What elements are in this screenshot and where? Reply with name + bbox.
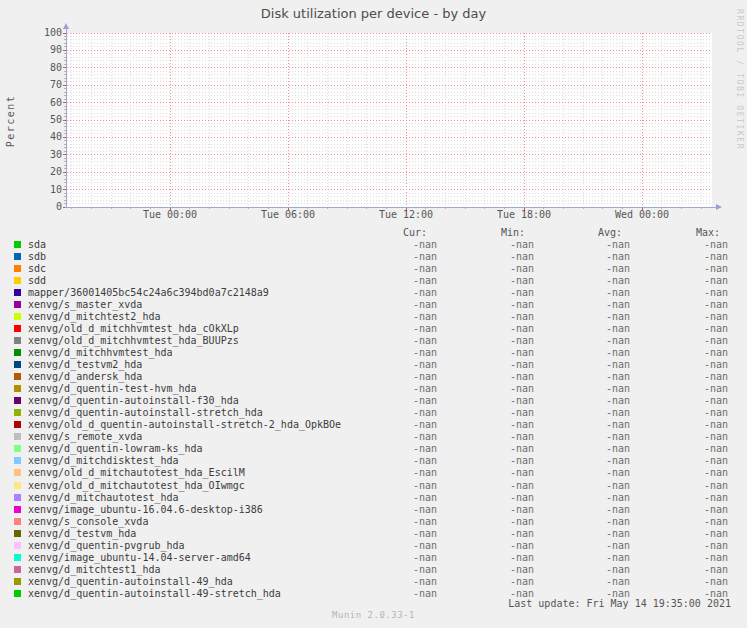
legend-series-name: sdc — [28, 263, 46, 275]
stat-cur-value: -nan — [413, 383, 437, 395]
legend-series-name: xenvg/d_mitchtest2_hda — [28, 311, 160, 323]
legend-row: xenvg/d_andersk_hda-nan-nan-nan-nan — [0, 371, 747, 383]
stat-column-header: Max: — [696, 227, 720, 239]
legend-row: xenvg/old_d_mitchautotest_hda_OIwmgc-nan… — [0, 480, 747, 492]
legend-series-name: xenvg/old_d_quentin-autoinstall-stretch-… — [28, 419, 341, 431]
stat-max-value: -nan — [704, 359, 728, 371]
legend-color-swatch — [14, 385, 21, 392]
stat-max-value: -nan — [704, 263, 728, 275]
stat-min-value: -nan — [510, 311, 534, 323]
stat-min-value: -nan — [510, 576, 534, 588]
legend-color-swatch — [14, 530, 21, 537]
legend-row: xenvg/d_mitchautotest_hda-nan-nan-nan-na… — [0, 492, 747, 504]
legend-series-name: xenvg/d_quentin-lowram-ks_hda — [28, 443, 203, 455]
stat-min-value: -nan — [510, 395, 534, 407]
stat-min-value: -nan — [510, 480, 534, 492]
stat-max-value: -nan — [704, 467, 728, 479]
x-tick-label: Tue 12:00 — [371, 210, 441, 220]
legend-color-swatch — [14, 494, 21, 501]
legend-row: xenvg/s_remote_xvda-nan-nan-nan-nan — [0, 431, 747, 443]
y-tick-label: 30 — [28, 150, 62, 160]
x-tick-label: Tue 00:00 — [135, 210, 205, 220]
legend-color-swatch — [14, 578, 21, 585]
stat-min-value: -nan — [510, 239, 534, 251]
stat-cur-value: -nan — [413, 455, 437, 467]
stat-avg-value: -nan — [606, 516, 630, 528]
legend-row: xenvg/d_testvm2_hda-nan-nan-nan-nan — [0, 359, 747, 371]
legend-series-name: xenvg/s_remote_xvda — [28, 431, 142, 443]
y-tick-label: 60 — [28, 98, 62, 108]
legend-row: sda-nan-nan-nan-nan — [0, 239, 747, 251]
legend-color-swatch — [14, 590, 21, 597]
stat-min-value: -nan — [510, 564, 534, 576]
legend-color-swatch — [14, 506, 21, 513]
stat-cur-value: -nan — [413, 467, 437, 479]
legend-series-name: xenvg/d_mitchhvmtest_hda — [28, 347, 173, 359]
legend-color-swatch — [14, 241, 21, 248]
legend-color-swatch — [14, 554, 21, 561]
legend-series-name: xenvg/image_ubuntu-16.04.6-desktop-i386 — [28, 504, 263, 516]
stat-cur-value: -nan — [413, 576, 437, 588]
stat-max-value: -nan — [704, 492, 728, 504]
stat-avg-value: -nan — [606, 407, 630, 419]
stat-avg-value: -nan — [606, 335, 630, 347]
legend-row: xenvg/d_quentin-pvgrub_hda-nan-nan-nan-n… — [0, 540, 747, 552]
y-tick-label: 100 — [28, 28, 62, 38]
stat-min-value: -nan — [510, 516, 534, 528]
legend-color-swatch — [14, 289, 21, 296]
stat-column-header: Min: — [501, 227, 525, 239]
stat-cur-value: -nan — [413, 540, 437, 552]
legend-series-name: xenvg/d_mitchdisktest_hda — [28, 455, 179, 467]
stat-avg-value: -nan — [606, 299, 630, 311]
legend-color-swatch — [14, 409, 21, 416]
stat-column-header: Avg: — [598, 227, 622, 239]
last-update-text: Last update: Fri May 14 19:35:00 2021 — [508, 598, 731, 609]
stat-min-value: -nan — [510, 443, 534, 455]
rrdtool-watermark: RRDTOOL / TOBI OETIKER — [735, 9, 744, 150]
legend-row: sdc-nan-nan-nan-nan — [0, 263, 747, 275]
stat-min-value: -nan — [510, 299, 534, 311]
stat-cur-value: -nan — [413, 516, 437, 528]
stat-column-header: Cur: — [403, 227, 427, 239]
stat-min-value: -nan — [510, 407, 534, 419]
legend-row: xenvg/d_quentin-test-hvm_hda-nan-nan-nan… — [0, 383, 747, 395]
plot-area — [67, 33, 712, 207]
legend-color-swatch — [14, 253, 21, 260]
stat-min-value: -nan — [510, 552, 534, 564]
legend-series-name: xenvg/old_d_mitchautotest_hda_OIwmgc — [28, 480, 245, 492]
legend-series-name: xenvg/d_quentin-autoinstall-49_hda — [28, 576, 233, 588]
stat-min-value: -nan — [510, 347, 534, 359]
stat-max-value: -nan — [704, 299, 728, 311]
stat-max-value: -nan — [704, 516, 728, 528]
stat-cur-value: -nan — [413, 528, 437, 540]
legend-color-swatch — [14, 361, 21, 368]
stat-min-value: -nan — [510, 371, 534, 383]
stat-max-value: -nan — [704, 383, 728, 395]
stat-cur-value: -nan — [413, 419, 437, 431]
stat-avg-value: -nan — [606, 311, 630, 323]
legend-color-swatch — [14, 457, 21, 464]
stat-max-value: -nan — [704, 504, 728, 516]
stat-cur-value: -nan — [413, 275, 437, 287]
stat-avg-value: -nan — [606, 431, 630, 443]
stat-min-value: -nan — [510, 492, 534, 504]
legend-series-name: xenvg/d_quentin-pvgrub_hda — [28, 540, 185, 552]
stat-cur-value: -nan — [413, 492, 437, 504]
stat-avg-value: -nan — [606, 383, 630, 395]
legend-series-name: xenvg/d_quentin-autoinstall-stretch_hda — [28, 407, 263, 419]
stat-max-value: -nan — [704, 455, 728, 467]
legend-series-name: xenvg/d_quentin-autoinstall-49-stretch_h… — [28, 588, 281, 600]
legend-color-swatch — [14, 469, 21, 476]
legend-series-name: sdd — [28, 275, 46, 287]
stat-avg-value: -nan — [606, 263, 630, 275]
legend-row: xenvg/d_quentin-lowram-ks_hda-nan-nan-na… — [0, 443, 747, 455]
legend-row: xenvg/old_d_quentin-autoinstall-stretch-… — [0, 419, 747, 431]
munin-graph: Disk utilization per device - by day RRD… — [0, 0, 747, 628]
stat-cur-value: -nan — [413, 251, 437, 263]
legend-color-swatch — [14, 518, 21, 525]
legend-series-name: xenvg/d_quentin-autoinstall-f30_hda — [28, 395, 239, 407]
legend-color-swatch — [14, 566, 21, 573]
stat-avg-value: -nan — [606, 480, 630, 492]
stat-cur-value: -nan — [413, 588, 437, 600]
stat-max-value: -nan — [704, 395, 728, 407]
